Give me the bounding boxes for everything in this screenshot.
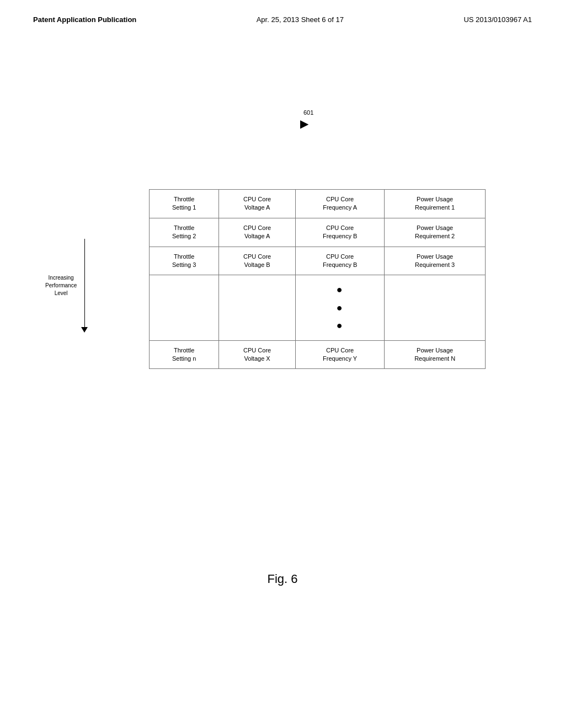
arrow-601-label: 601 — [303, 109, 313, 116]
row1-col3: CPU CoreFrequency A — [295, 190, 384, 218]
row1-col1: ThrottleSetting 1 — [150, 190, 219, 218]
dots-col3: ●●● — [295, 275, 384, 340]
table-row: ThrottleSetting n CPU CoreVoltage X CPU … — [150, 340, 486, 369]
main-content: 601 ▶ Increasing Performance Level Throt… — [0, 24, 565, 713]
dots-col4 — [385, 275, 486, 340]
left-arrow-line — [81, 239, 88, 333]
row3-col1: ThrottleSetting 3 — [150, 247, 219, 275]
header-right: US 2013/0103967 A1 — [463, 15, 532, 24]
fig-label: Fig. 6 — [267, 572, 297, 586]
rown-col2: CPU CoreVoltage X — [219, 340, 296, 369]
page-header: Patent Application Publication Apr. 25, … — [0, 0, 565, 24]
table-row: ThrottleSetting 2 CPU CoreVoltage A CPU … — [150, 218, 486, 247]
row1-col2: CPU CoreVoltage A — [219, 190, 296, 218]
row3-col4: Power UsageRequirement 3 — [385, 247, 486, 275]
left-label-container: Increasing Performance Level — [45, 239, 88, 333]
rown-col4: Power UsageRequirement N — [385, 340, 486, 369]
header-center: Apr. 25, 2013 Sheet 6 of 17 — [257, 15, 344, 24]
vertical-line — [84, 239, 85, 327]
rown-col1: ThrottleSetting n — [150, 340, 219, 369]
table-row: ThrottleSetting 1 CPU CoreVoltage A CPU … — [150, 190, 486, 218]
header-left: Patent Application Publication — [33, 15, 136, 24]
table-row: ThrottleSetting 3 CPU CoreVoltage B CPU … — [150, 247, 486, 275]
row2-col2: CPU CoreVoltage A — [219, 218, 296, 247]
table-container: ThrottleSetting 1 CPU CoreVoltage A CPU … — [149, 189, 486, 369]
row3-col3: CPU CoreFrequency B — [295, 247, 384, 275]
throttle-table: ThrottleSetting 1 CPU CoreVoltage A CPU … — [149, 189, 486, 369]
left-label-text: Increasing Performance Level — [45, 274, 77, 297]
row2-col3: CPU CoreFrequency B — [295, 218, 384, 247]
row1-col4: Power UsageRequirement 1 — [385, 190, 486, 218]
dots-col2 — [219, 275, 296, 340]
down-arrow-icon — [81, 327, 88, 333]
dots-col1 — [150, 275, 219, 340]
row2-col4: Power UsageRequirement 2 — [385, 218, 486, 247]
arrow-601-container: 601 ▶ — [298, 109, 313, 130]
row2-col1: ThrottleSetting 2 — [150, 218, 219, 247]
row3-col2: CPU CoreVoltage B — [219, 247, 296, 275]
rown-col3: CPU CoreFrequency Y — [295, 340, 384, 369]
dots-row: ●●● — [150, 275, 486, 340]
arrow-601-icon: ▶ — [300, 117, 308, 130]
